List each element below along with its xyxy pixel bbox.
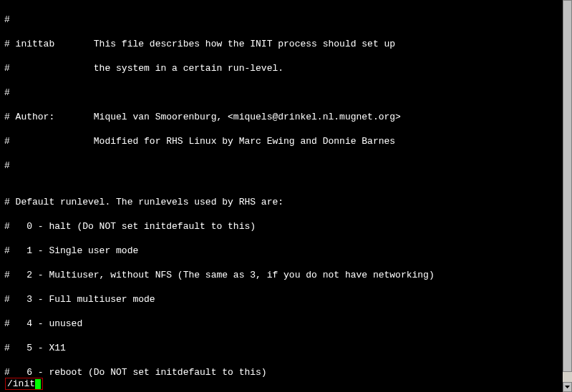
file-line: # inittab This file describes how the IN… <box>4 38 563 50</box>
file-line: # 0 - halt (Do NOT set initdefault to th… <box>4 220 563 232</box>
file-line: # 2 - Multiuser, without NFS (The same a… <box>4 269 563 281</box>
scrollbar-track[interactable] <box>563 0 572 392</box>
chevron-down-icon <box>565 386 570 388</box>
scrollbar-thumb[interactable] <box>563 0 572 372</box>
search-query: /init <box>7 378 35 389</box>
file-line: # <box>4 14 563 26</box>
file-line: # <box>4 87 563 99</box>
file-line: # Modified for RHS Linux by Marc Ewing a… <box>4 135 563 147</box>
terminal-output[interactable]: # # inittab This file describes how the … <box>0 0 563 392</box>
file-line: # Author: Miquel van Smoorenburg, <mique… <box>4 111 563 123</box>
file-line: # Default runlevel. The runlevels used b… <box>4 196 563 208</box>
file-line: # 5 - X11 <box>4 342 563 354</box>
file-line: # 4 - unused <box>4 318 563 330</box>
file-line: # 6 - reboot (Do NOT set initdefault to … <box>4 366 563 378</box>
file-line: # 3 - Full multiuser mode <box>4 293 563 305</box>
scroll-down-button[interactable] <box>563 382 572 392</box>
file-line: # the system in a certain run-level. <box>4 62 563 74</box>
file-line: # <box>4 160 563 172</box>
cursor-icon <box>35 379 41 389</box>
file-line: # 1 - Single user mode <box>4 245 563 257</box>
search-command-line[interactable]: /init <box>5 378 43 390</box>
